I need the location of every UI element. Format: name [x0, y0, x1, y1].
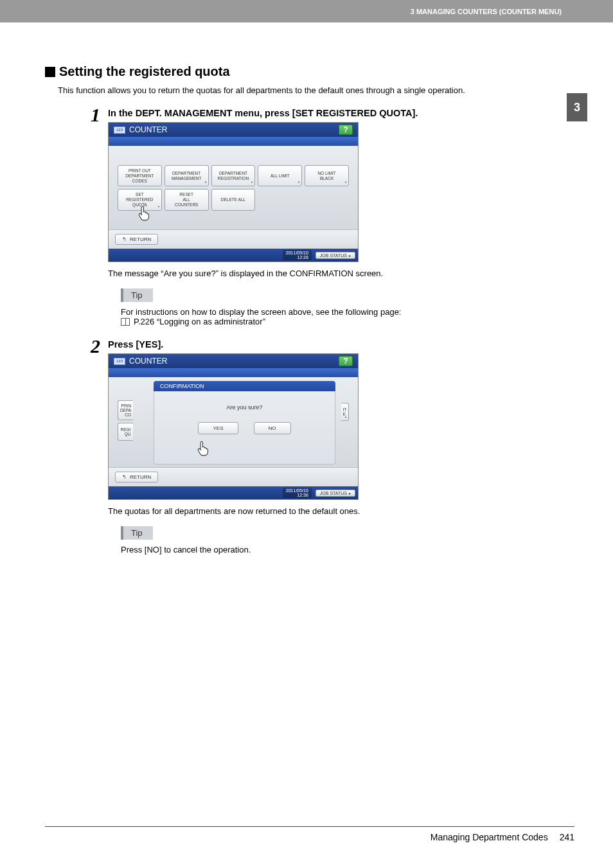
screen-title: COUNTER	[129, 357, 167, 366]
timestamp: 2011/05/10 12:28	[283, 250, 312, 260]
page-header: 3 MANAGING COUNTERS (COUNTER MENU)	[0, 0, 613, 22]
chevron-right-icon: ▸	[251, 180, 253, 184]
set-registered-quota-button[interactable]: SET REGISTERED QUOTA▸	[118, 189, 162, 210]
delete-all-button[interactable]: DELETE ALL	[211, 189, 256, 210]
tip-label: Tip	[121, 288, 153, 302]
step-1: 1 In the DEPT. MANAGEMENT menu, press [S…	[84, 105, 559, 337]
no-button[interactable]: NO	[254, 422, 291, 434]
step-title: Press [YES].	[108, 339, 559, 350]
bg-button-stub: REGI QU	[118, 423, 133, 441]
screen-ribbon	[109, 137, 358, 146]
dialog-message: Are you sure?	[226, 404, 262, 411]
device-screen-1: 123 COUNTER ? PRINT OUT DEPARTMENT CODES…	[108, 122, 359, 262]
printout-dept-codes-button[interactable]: PRINT OUT DEPARTMENT CODES	[118, 165, 162, 186]
tip-body: For instructions on how to display the s…	[121, 307, 559, 326]
counter-menu-icon: 123	[114, 127, 125, 134]
reset-all-counters-button[interactable]: RESET ALL COUNTERS	[164, 189, 209, 210]
timestamp: 2011/05/10 12:36	[283, 488, 312, 498]
chevron-right-icon: ▸	[158, 204, 160, 209]
yes-button[interactable]: YES	[198, 422, 238, 434]
page-number: 241	[560, 832, 574, 842]
tip-line: Press [NO] to cancel the operation.	[121, 545, 559, 554]
section-title-text: Setting the registered quota	[59, 64, 230, 79]
step-result: The message “Are you sure?” is displayed…	[108, 269, 559, 278]
bg-button-stub: PRIN DEPA CO	[118, 400, 133, 420]
screen-title: COUNTER	[129, 125, 167, 134]
step-title: In the DEPT. MANAGEMENT menu, press [SET…	[108, 108, 559, 118]
screen-body: PRIN DEPA CO REGI QU IT K▸ CONFIRMATION …	[109, 377, 358, 467]
screen-titlebar: 123 COUNTER ?	[109, 123, 358, 137]
no-limit-black-button[interactable]: NO LIMIT BLACK▸	[305, 165, 349, 186]
arrow-up-left-icon: ↰	[122, 474, 127, 480]
job-status-button[interactable]: JOB STATUS▸	[315, 252, 355, 259]
job-status-button[interactable]: JOB STATUS▸	[315, 490, 355, 497]
chevron-right-icon: ▸	[349, 253, 351, 258]
dept-registration-button[interactable]: DEPARTMENT REGISTRATION▸	[211, 165, 256, 186]
section-intro: This function allows you to return the q…	[58, 85, 559, 95]
square-bullet-icon	[45, 67, 55, 77]
screen-titlebar: 123 COUNTER ?	[109, 354, 358, 368]
step-number: 2	[84, 337, 100, 356]
dept-management-button[interactable]: DEPARTMENT MANAGEMENT▸	[164, 165, 209, 186]
breadcrumb: 3 MANAGING COUNTERS (COUNTER MENU)	[411, 8, 562, 15]
book-icon	[121, 318, 130, 326]
help-button[interactable]: ?	[339, 125, 353, 135]
chapter-tab: 3	[567, 93, 587, 121]
arrow-up-left-icon: ↰	[122, 236, 127, 242]
footer-section-title: Managing Department Codes	[431, 832, 548, 842]
step-result: The quotas for all departments are now r…	[108, 506, 559, 516]
screen-body: PRINT OUT DEPARTMENT CODES DEPARTMENT MA…	[109, 146, 358, 229]
tip-body: Press [NO] to cancel the operation.	[121, 545, 559, 554]
chevron-right-icon: ▸	[205, 180, 207, 184]
screen-footer: 2011/05/10 12:36 JOB STATUS▸	[109, 486, 358, 499]
return-button[interactable]: ↰ RETURN	[115, 234, 158, 245]
chevron-right-icon: ▸	[298, 180, 300, 184]
page-footer: Managing Department Codes 241	[45, 826, 574, 842]
help-button[interactable]: ?	[339, 356, 353, 366]
step-number: 1	[84, 105, 100, 125]
dialog-header: CONFIRMATION	[154, 381, 335, 391]
step-2: 2 Press [YES]. 123 COUNTER ?	[84, 337, 559, 565]
chevron-right-icon: ▸	[345, 180, 347, 184]
chevron-right-icon: ▸	[345, 414, 347, 419]
screen-footer: 2011/05/10 12:28 JOB STATUS▸	[109, 249, 358, 261]
screen-ribbon	[109, 368, 358, 377]
all-limit-button[interactable]: ALL LIMIT▸	[258, 165, 302, 186]
section-heading: Setting the registered quota	[45, 64, 559, 79]
return-bar: ↰ RETURN	[109, 467, 358, 486]
confirmation-dialog: CONFIRMATION Are you sure? YES NO	[154, 381, 335, 465]
return-bar: ↰ RETURN	[109, 229, 358, 249]
return-button[interactable]: ↰ RETURN	[115, 472, 158, 483]
tip-label: Tip	[121, 526, 153, 540]
counter-menu-icon: 123	[114, 358, 125, 365]
device-screen-2: 123 COUNTER ? PRIN DEPA CO REGI QU	[108, 353, 359, 500]
tip-reference: P.226 “Logging on as administrator”	[134, 317, 265, 326]
bg-button-stub: IT K▸	[341, 403, 349, 421]
tip-line: For instructions on how to display the s…	[121, 307, 559, 317]
chevron-right-icon: ▸	[349, 491, 351, 495]
